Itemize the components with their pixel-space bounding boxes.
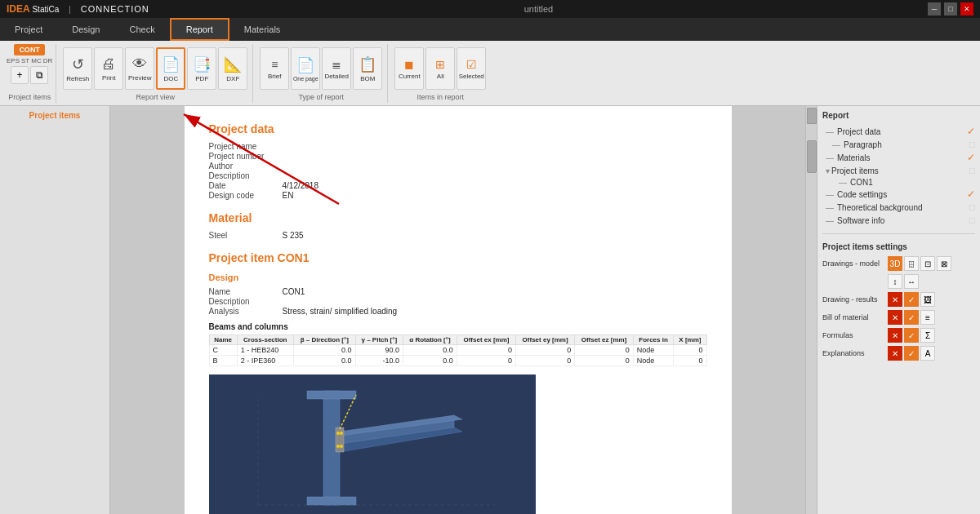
refresh-label: Refresh — [66, 75, 89, 82]
dxf-icon: 📐 — [224, 55, 242, 73]
col-ez: Offset ez [mm] — [575, 335, 634, 345]
main-area: Project items Project data Project name — [0, 106, 980, 514]
settings-label: Drawings - model — [822, 259, 888, 268]
menu-check[interactable]: Check — [115, 18, 170, 41]
col-name: Name — [209, 335, 237, 345]
tree-software-info[interactable]: — Software info □ — [822, 214, 975, 227]
beams-title: Beams and columns — [209, 322, 707, 331]
model-ortho-btn[interactable]: ⊡ — [920, 256, 935, 271]
eps-label[interactable]: EPS — [7, 57, 20, 64]
all-button[interactable]: ⊞ All — [425, 47, 455, 90]
tree-paragraph[interactable]: — Paragraph □ — [822, 138, 975, 151]
formula-text-btn[interactable]: Σ — [920, 328, 935, 343]
menu-report[interactable]: Report — [170, 18, 229, 41]
design-title: Design — [209, 273, 707, 282]
right-panel: Report — Project data ✓ — Paragraph □ — … — [817, 106, 980, 514]
dxf-label: DXF — [226, 75, 239, 82]
results-x-btn[interactable]: ✕ — [888, 292, 902, 307]
toolbar-group-project-items: CONT EPS ST MC DR + ⧉ Project items — [3, 44, 56, 103]
copy-button[interactable]: ⧉ — [30, 66, 48, 84]
results-img-btn[interactable]: 🖼 — [920, 292, 935, 307]
print-button[interactable]: 🖨 Print — [94, 47, 123, 90]
report-view-label: Report view — [136, 93, 176, 103]
row-ey: 0 — [516, 356, 575, 366]
tree-label: Software info — [837, 216, 884, 225]
svg-point-10 — [336, 432, 340, 435]
settings-bom: Bill of material ✕ ✓ ≡ — [822, 310, 975, 325]
col-ex: Offset ex [mm] — [457, 335, 515, 345]
tree-theoretical-bg[interactable]: — Theoretical background □ — [822, 201, 975, 214]
preview-button[interactable]: 👁 Preview — [125, 47, 154, 90]
toolbar-group-type: ≡ Brief 📄 One page ≣ Detailed 📋 BOM Type… — [255, 44, 388, 103]
svg-marker-9 — [336, 428, 344, 452]
st-label[interactable]: ST — [21, 57, 29, 64]
one-page-button[interactable]: 📄 One page — [291, 47, 320, 90]
uncheck-icon: □ — [969, 165, 975, 176]
dxf-button[interactable]: 📐 DXF — [218, 47, 247, 90]
bom-check-btn[interactable]: ✓ — [904, 310, 919, 325]
dr-label[interactable]: DR — [43, 57, 53, 64]
tree-label: CON1 — [850, 178, 873, 187]
expl-check-btn[interactable]: ✓ — [904, 346, 919, 361]
detailed-icon: ≣ — [332, 58, 341, 71]
items-buttons: ◼ Current ⊞ All ☑ Selected — [394, 44, 486, 93]
tree-project-data[interactable]: — Project data ✓ — [822, 125, 975, 138]
report-scrollbar[interactable] — [805, 106, 817, 514]
model-persp-btn[interactable]: ⊠ — [937, 256, 951, 271]
mc-label[interactable]: MC — [31, 57, 41, 64]
front-view-btn[interactable]: ↕ — [888, 274, 902, 289]
cont-badge[interactable]: CONT — [14, 44, 45, 55]
results-check-btn[interactable]: ✓ — [904, 292, 919, 307]
svg-marker-4 — [307, 391, 356, 399]
tree-label: Project data — [837, 127, 880, 136]
formula-check-btn[interactable]: ✓ — [904, 328, 919, 343]
model-3d-btn[interactable]: 3D — [888, 256, 902, 271]
menu-materials[interactable]: Materials — [229, 18, 296, 41]
col-forces: Forces in — [633, 335, 673, 345]
one-page-icon: 📄 — [296, 56, 314, 74]
tree-project-items[interactable]: ▾ Project items □ — [822, 164, 975, 177]
col-alpha: α Rotation [°] — [403, 335, 457, 345]
material-title: Material — [209, 211, 707, 224]
col-cross-section: Cross-section — [237, 335, 293, 345]
detailed-button[interactable]: ≣ Detailed — [322, 47, 351, 90]
bom-x-btn[interactable]: ✕ — [888, 310, 902, 325]
row-ex: 0 — [457, 356, 515, 366]
uncheck-icon: □ — [969, 215, 975, 226]
scroll-thumb[interactable] — [807, 140, 817, 173]
report-tree: — Project data ✓ — Paragraph □ — Materia… — [822, 125, 975, 227]
brief-button[interactable]: ≡ Brief — [260, 47, 289, 90]
tree-con1[interactable]: — CON1 — [822, 177, 975, 188]
menu-project[interactable]: Project — [0, 18, 57, 41]
menu-design[interactable]: Design — [57, 18, 114, 41]
tree-code-settings[interactable]: — Code settings ✓ — [822, 188, 975, 201]
model-wire-btn[interactable]: ⌹ — [904, 256, 919, 271]
col-gamma: γ – Pitch [°] — [355, 335, 403, 345]
side-view-btn[interactable]: ↔ — [904, 274, 919, 289]
maximize-button[interactable]: □ — [944, 2, 957, 16]
report-page: Project data Project name Project number… — [185, 106, 732, 514]
close-button[interactable]: ✕ — [960, 2, 973, 16]
pdf-button[interactable]: 📑 PDF — [187, 47, 216, 90]
doc-label: DOC — [163, 75, 178, 82]
table-row: B 2 - IPE360 0.0 -10.0 0.0 0 0 0 Node 0 — [209, 356, 706, 366]
divider — [822, 233, 975, 234]
tree-materials[interactable]: — Materials ✓ — [822, 151, 975, 164]
doc-button[interactable]: 📄 DOC — [156, 47, 185, 90]
formula-x-btn[interactable]: ✕ — [888, 328, 902, 343]
row-cross: 1 - HEB240 — [237, 345, 293, 356]
settings-title: Project items settings — [822, 242, 975, 251]
new-button[interactable]: + — [11, 66, 29, 84]
check-icon: ✓ — [967, 188, 975, 200]
current-button[interactable]: ◼ Current — [394, 47, 424, 90]
refresh-button[interactable]: ↺ Refresh — [63, 47, 92, 90]
doc-icon: 📄 — [162, 55, 180, 73]
bom-table-btn[interactable]: ≡ — [920, 310, 935, 325]
minimize-button[interactable]: ─ — [928, 2, 941, 16]
row-forces: Node — [633, 345, 673, 356]
selected-button[interactable]: ☑ Selected — [457, 47, 486, 90]
expl-text-btn[interactable]: A — [920, 346, 935, 361]
settings-formulas: Formulas ✕ ✓ Σ — [822, 328, 975, 343]
expl-x-btn[interactable]: ✕ — [888, 346, 902, 361]
bom-button[interactable]: 📋 BOM — [353, 47, 382, 90]
